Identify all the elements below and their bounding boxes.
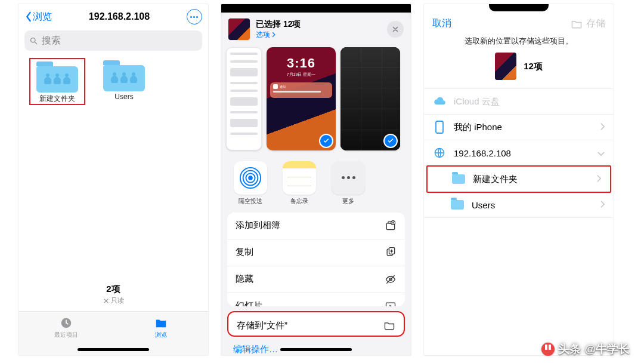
folder-icon <box>36 61 78 93</box>
share-airdrop[interactable]: 隔空投送 <box>230 161 271 205</box>
chevron-right-icon <box>600 122 605 133</box>
folder-tab-icon <box>153 316 169 330</box>
folder-new[interactable]: 新建文件夹 <box>29 58 85 105</box>
search-placeholder: 搜索 <box>42 35 61 47</box>
save-button[interactable]: 存储 <box>571 17 605 30</box>
chevron-left-icon <box>24 11 33 22</box>
item-summary: 12项 <box>424 53 614 80</box>
svg-point-0 <box>31 38 36 42</box>
airdrop-icon <box>234 161 267 195</box>
close-x-icon <box>103 298 109 304</box>
chevron-right-icon <box>271 32 276 38</box>
folder-small-icon <box>450 198 465 211</box>
home-indicator[interactable] <box>221 343 411 355</box>
search-icon <box>29 36 38 45</box>
row-server[interactable]: 192.168.2.108 <box>424 140 614 166</box>
share-more[interactable]: 更多 <box>327 161 369 205</box>
modal-header: 取消 存储 <box>424 13 614 36</box>
thumb-settings[interactable] <box>226 47 262 150</box>
phone-files-browse: 浏览 192.168.2.108 搜索 新建文件夹 Users <box>18 4 209 356</box>
thumb-notification: 通知 <box>270 82 332 98</box>
readonly-label: 只读 <box>18 296 208 305</box>
back-button[interactable]: 浏览 <box>24 11 52 23</box>
play-rect-icon <box>385 300 397 307</box>
sheet-header: 已选择 12项 选项 <box>221 13 411 45</box>
folder-small-icon <box>451 173 466 186</box>
row-icloud[interactable]: iCloud 云盘 <box>424 89 614 115</box>
thumb-lockscreen[interactable]: 3:16 7月19日 星期一 通知 <box>267 47 336 150</box>
item-thumb <box>495 53 516 80</box>
iphone-icon <box>432 121 447 134</box>
svg-rect-13 <box>436 121 443 133</box>
sheet-options-link[interactable]: 选项 <box>256 30 387 40</box>
folder-users[interactable]: Users <box>96 58 152 105</box>
phone-share-sheet: 已选择 12项 选项 3:16 7月19日 星期一 <box>221 4 411 356</box>
globe-icon <box>432 146 447 159</box>
action-save-to-files[interactable]: 存储到“文件” <box>227 311 405 337</box>
chevron-right-icon <box>600 200 605 210</box>
share-apps-row[interactable]: 隔空投送 备忘录 更多 <box>221 156 411 208</box>
thumb-time: 3:16 <box>267 56 336 71</box>
row-sub-users[interactable]: Users <box>424 192 614 218</box>
album-icon <box>385 220 397 232</box>
folder-label: 新建文件夹 <box>30 94 84 104</box>
home-indicator[interactable] <box>18 343 208 355</box>
close-button[interactable] <box>387 21 404 38</box>
thumbnail-row[interactable]: 3:16 7月19日 星期一 通知 <box>221 45 411 156</box>
header-thumb <box>228 19 250 40</box>
eye-off-icon <box>385 273 397 285</box>
watermark-icon <box>541 343 555 356</box>
folder-outline-icon <box>571 19 583 29</box>
share-sheet: 已选择 12项 选项 3:16 7月19日 星期一 <box>221 13 411 355</box>
page-title: 192.168.2.108 <box>89 11 150 22</box>
chevron-right-icon <box>596 174 602 184</box>
location-list: iCloud 云盘 我的 iPhone 192.168.2.108 新建文件夹 … <box>424 88 614 218</box>
check-icon <box>387 137 394 144</box>
subtitle: 选取新的位置以存储这些项目。 <box>424 36 614 47</box>
check-badge <box>320 135 332 147</box>
folder-grid: 新建文件夹 Users <box>18 58 208 105</box>
row-sub-newfolder[interactable]: 新建文件夹 <box>426 165 611 193</box>
svg-point-2 <box>248 176 253 180</box>
check-icon <box>323 137 330 144</box>
thumb-keyboard[interactable] <box>340 47 400 150</box>
more-icon <box>332 161 365 195</box>
row-iphone[interactable]: 我的 iPhone <box>424 115 614 140</box>
watermark: 头条 @牛学长 <box>541 342 630 357</box>
folder-label: Users <box>96 93 152 101</box>
item-count: 2项 <box>18 284 208 295</box>
back-label: 浏览 <box>33 11 52 23</box>
tab-browse[interactable]: 浏览 <box>113 312 208 343</box>
more-button[interactable] <box>187 9 202 24</box>
action-copy[interactable]: 复制 <box>227 239 405 266</box>
close-icon <box>392 26 399 33</box>
action-slideshow[interactable]: 幻灯片 <box>227 293 405 307</box>
nav-bar: 浏览 192.168.2.108 <box>18 4 208 28</box>
action-add-to-album[interactable]: 添加到相簿 <box>227 213 405 239</box>
folder-icon <box>383 319 395 331</box>
check-badge <box>385 135 397 147</box>
chevron-down-icon <box>597 148 605 158</box>
folder-icon <box>103 60 145 91</box>
notch <box>424 4 614 13</box>
action-list: 添加到相簿 复制 隐藏 幻灯片 <box>227 213 405 307</box>
tab-bar: 最近项目 浏览 <box>18 311 208 343</box>
search-field[interactable]: 搜索 <box>24 30 202 51</box>
tab-recent[interactable]: 最近项目 <box>18 312 113 343</box>
item-count: 12项 <box>524 61 543 72</box>
phone-save-location: 取消 存储 选取新的位置以存储这些项目。 12项 iCloud 云盘 我的 iP… <box>423 4 614 356</box>
cloud-icon <box>432 95 447 108</box>
cancel-button[interactable]: 取消 <box>432 17 451 30</box>
thumb-date: 7月19日 星期一 <box>267 72 336 78</box>
notes-icon <box>283 161 316 195</box>
copy-icon <box>385 247 397 259</box>
sheet-title: 已选择 12项 <box>256 19 387 30</box>
share-notes[interactable]: 备忘录 <box>278 161 320 205</box>
clock-icon <box>58 316 74 330</box>
action-hide[interactable]: 隐藏 <box>227 266 405 293</box>
